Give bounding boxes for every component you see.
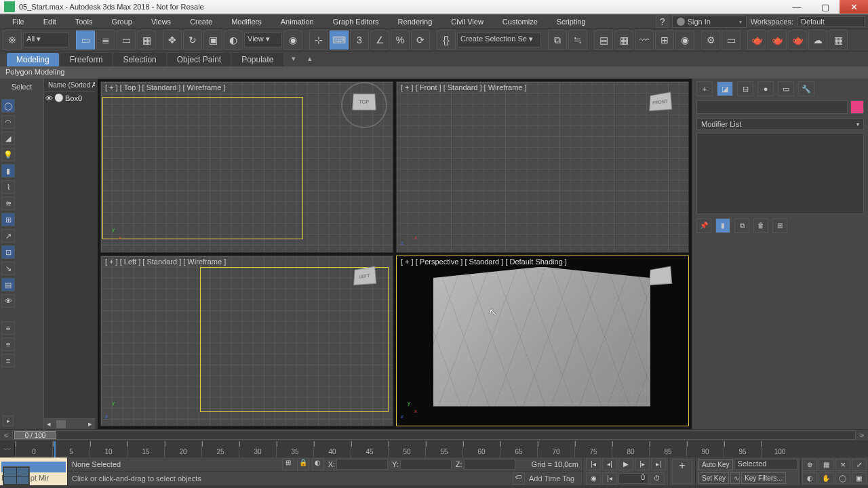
select-by-name-button[interactable]: ≣ [96, 30, 115, 49]
menu-customize[interactable]: Customize [493, 18, 547, 26]
viewport-left-label[interactable]: [ + ] [ Left ] [ Standard ] [ Wireframe … [105, 258, 226, 266]
zoom-extents-button[interactable]: ⤧ [835, 459, 850, 471]
display-shapes-icon[interactable]: ◠ [1, 115, 15, 129]
align-button[interactable]: ≒ [568, 30, 587, 49]
ribbon-collapse-icon[interactable]: ▾ [288, 54, 300, 66]
key-mode-button[interactable]: ◉ [586, 472, 601, 485]
z-input[interactable] [464, 459, 515, 470]
viewcube-left[interactable]: LEFT [348, 263, 380, 296]
goto-start-button[interactable]: |◂ [586, 458, 601, 470]
render-iterative-button[interactable]: 🫖 [768, 30, 787, 49]
display-frozen-icon[interactable]: ↗ [1, 229, 15, 243]
show-end-result-button[interactable]: ▮ [715, 218, 730, 233]
isolate-selection-icon[interactable]: 🔒 [297, 458, 309, 470]
placement-button[interactable]: ◐ [224, 30, 243, 49]
ribbon-tab-object-paint[interactable]: Object Paint [167, 53, 231, 66]
keyboard-shortcut-override-button[interactable]: ⌨ [330, 30, 349, 49]
display-lights-icon[interactable]: ◢ [1, 131, 15, 145]
signin-dropdown[interactable]: Sign In ▾ [672, 16, 747, 28]
pan-button[interactable]: ✋ [818, 472, 833, 485]
sort-color-icon[interactable]: ≡ [1, 354, 15, 367]
display-cameras-icon[interactable]: 💡 [1, 148, 15, 161]
time-slider-right[interactable]: > [856, 431, 868, 439]
time-tag-icon[interactable]: 🏷 [513, 472, 525, 485]
workspace-selector[interactable]: Default [797, 16, 865, 27]
curve-editor-button[interactable]: 〰 [635, 30, 654, 49]
ribbon-tab-modeling[interactable]: Modeling [7, 53, 59, 66]
viewcube-front[interactable]: FRONT [644, 89, 676, 121]
next-frame-button[interactable]: |▸ [635, 458, 650, 470]
modifier-list-dropdown[interactable]: Modifier List ▾ [696, 118, 864, 130]
configure-modifier-sets-button[interactable]: ⊞ [772, 218, 787, 233]
modifier-stack[interactable] [696, 133, 864, 214]
rotate-button[interactable]: ↻ [183, 30, 202, 49]
setkey-key-icon[interactable]: ∿ [730, 472, 740, 484]
display-xrefs-icon[interactable]: ▤ [1, 278, 15, 291]
display-groups-icon[interactable]: ↘ [1, 262, 15, 275]
snap-toggle-button[interactable]: 3 [350, 30, 369, 49]
ref-coord-system-dropdown[interactable]: View ▾ [244, 33, 282, 47]
view-by-layer-icon[interactable]: 👁 [1, 294, 15, 308]
keyfilter-selected-dropdown[interactable]: Selected [734, 459, 797, 470]
menu-scripting[interactable]: Scripting [547, 18, 595, 26]
goto-end-button[interactable]: ▸| [651, 458, 666, 470]
object-name-field[interactable] [696, 100, 848, 114]
current-frame-field[interactable]: 0 [618, 473, 648, 484]
named-selection-set-dropdown[interactable]: Create Selection Se ▾ [457, 33, 541, 47]
display-bone-icon[interactable]: ≋ [1, 197, 15, 210]
autokey-button[interactable]: Auto Key [698, 459, 733, 470]
window-close-button[interactable]: ✕ [840, 0, 868, 14]
help-icon[interactable]: ? [656, 16, 669, 28]
display-spacewarps-icon[interactable]: ⌇ [1, 180, 15, 194]
selection-filter-dropdown[interactable]: All ▾ [23, 33, 69, 47]
menu-create[interactable]: Create [180, 18, 222, 26]
viewcube-top[interactable]: TOP [348, 89, 380, 121]
menu-graph-editors[interactable]: Graph Editors [323, 18, 389, 26]
viewport-left[interactable]: [ + ] [ Left ] [ Standard ] [ Wireframe … [100, 256, 393, 427]
viewcube-perspective[interactable] [644, 263, 676, 296]
time-slider-track[interactable]: 0 / 100 [12, 430, 856, 440]
ribbon-tab-selection[interactable]: Selection [113, 53, 165, 66]
key-filters-button[interactable]: Key Filters... [741, 472, 786, 484]
adaptive-degradation-icon[interactable]: ◐ [312, 458, 324, 470]
window-minimize-button[interactable]: — [783, 0, 811, 14]
menu-rendering[interactable]: Rendering [389, 18, 442, 26]
expand-explorer-button[interactable]: ▸ [3, 415, 14, 426]
track-bar[interactable]: 〰 05101520253035404550556065707580859095… [0, 441, 868, 457]
motion-tab[interactable]: ● [757, 81, 774, 96]
time-slider-handle[interactable]: 0 / 100 [14, 431, 56, 439]
render-setup-button[interactable]: ⚙ [701, 30, 720, 49]
prev-key-button[interactable]: |◂ [602, 472, 617, 485]
percent-snap-button[interactable]: % [391, 30, 410, 49]
window-crossing-button[interactable]: ▦ [137, 30, 156, 49]
scale-button[interactable]: ▣ [203, 30, 222, 49]
display-helpers-icon[interactable]: ▮ [1, 164, 15, 178]
hierarchy-tab[interactable]: ⊟ [737, 81, 753, 96]
menu-animation[interactable]: Animation [271, 18, 323, 26]
viewport-layout-button[interactable] [3, 466, 30, 485]
menu-file[interactable]: File [3, 18, 34, 26]
make-unique-button[interactable]: ⧉ [734, 218, 749, 233]
sort-type-icon[interactable]: ≡ [1, 338, 15, 351]
utilities-tab[interactable]: 🔧 [798, 81, 814, 96]
display-tab[interactable]: ▭ [778, 81, 794, 96]
viewport-front[interactable]: [ + ] [ Front ] [ Standard ] [ Wireframe… [396, 81, 689, 253]
mirror-button[interactable]: ⧉ [548, 30, 567, 49]
trackbar-ruler[interactable]: 0510152025303540455055606570758085909510… [15, 441, 868, 458]
viewport-front-label[interactable]: [ + ] [ Front ] [ Standard ] [ Wireframe… [401, 83, 527, 92]
rendered-frame-window-button[interactable]: ▭ [722, 30, 741, 49]
menu-edit[interactable]: Edit [34, 18, 66, 26]
render-in-cloud-button[interactable]: ☁ [808, 30, 827, 49]
field-of-view-button[interactable]: ◐ [802, 472, 817, 485]
orbit-button[interactable]: ◯ [835, 472, 850, 485]
select-object-button[interactable]: ▭ [76, 30, 95, 49]
visibility-icon[interactable]: 👁 [45, 94, 53, 102]
display-hidden-icon[interactable]: ⊡ [1, 245, 15, 259]
window-maximize-button[interactable]: ▢ [811, 0, 840, 14]
toggle-ribbon-button[interactable]: ▦ [614, 30, 633, 49]
x-input[interactable] [336, 459, 388, 470]
y-input[interactable] [400, 459, 452, 470]
play-button[interactable]: ▶ [618, 458, 633, 470]
rect-select-region-button[interactable]: ▭ [117, 30, 136, 49]
viewport-top[interactable]: [ + ] [ Top ] [ Standard ] [ Wireframe ]… [100, 81, 393, 253]
